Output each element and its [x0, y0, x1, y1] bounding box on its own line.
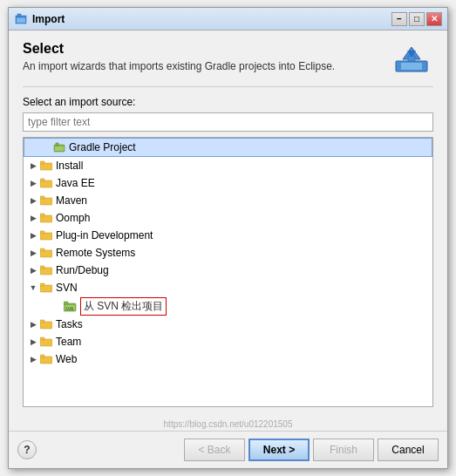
folder-maven-icon — [39, 194, 53, 207]
minimize-button[interactable]: − — [391, 12, 407, 26]
header-title: Select — [23, 41, 390, 57]
tree-item-remote-systems[interactable]: ▶ Remote Systems — [24, 244, 432, 262]
svg-rect-27 — [40, 283, 44, 286]
window-controls: − □ ✕ — [391, 12, 442, 26]
oomph-label: Oomph — [56, 212, 90, 224]
run-debug-label: Run/Debug — [56, 264, 109, 276]
install-expand[interactable]: ▶ — [27, 160, 39, 172]
folder-web-icon — [39, 352, 53, 366]
window-icon — [14, 12, 28, 26]
watermark: https://blog.csdn.net/u012201505 — [9, 418, 447, 431]
folder-oomph-icon — [39, 211, 53, 225]
import-dialog: Import − □ ✕ Select An import wizards th… — [8, 7, 448, 469]
finish-button[interactable]: Finish — [313, 439, 374, 461]
title-bar: Import − □ ✕ — [9, 8, 447, 31]
tree-item-gradle-project[interactable]: Gradle Project — [24, 138, 432, 157]
filter-input[interactable] — [23, 112, 433, 132]
import-source-tree[interactable]: Gradle Project ▶ Install ▶ — [23, 137, 433, 407]
tasks-expand[interactable]: ▶ — [27, 318, 39, 330]
folder-team-icon — [39, 335, 53, 349]
tree-item-tasks[interactable]: ▶ Tasks — [24, 316, 432, 333]
filter-label: Select an import source: — [23, 96, 433, 108]
back-button[interactable]: < Back — [184, 439, 245, 461]
svg-rect-37 — [40, 355, 44, 357]
gradle-project-label: Gradle Project — [69, 141, 136, 153]
maven-label: Maven — [56, 194, 87, 207]
svn-checkout-label: 从 SVN 检出项目 — [80, 297, 167, 316]
svg-rect-29 — [64, 302, 68, 304]
svn-expand[interactable]: ▼ — [27, 282, 39, 294]
svn-checkout-icon: SVN — [64, 299, 78, 313]
folder-remote-icon — [39, 246, 53, 260]
svn-label: SVN — [56, 282, 78, 294]
svg-rect-5 — [401, 63, 422, 70]
header-section: Select An import wizards that imports ex… — [23, 41, 433, 76]
tree-item-java-ee[interactable]: ▶ Java EE — [24, 174, 432, 192]
oomph-expand[interactable]: ▶ — [27, 212, 39, 224]
svg-rect-17 — [40, 196, 44, 199]
svg-text:SVN: SVN — [65, 306, 73, 311]
tree-item-oomph[interactable]: ▶ Oomph — [24, 209, 432, 227]
tree-item-svn[interactable]: ▼ SVN — [24, 279, 432, 296]
header-description: An import wizards that imports existing … — [23, 60, 390, 72]
tree-item-run-debug[interactable]: ▶ Run/Debug — [24, 262, 432, 279]
folder-install-icon — [39, 159, 53, 173]
tree-item-svn-checkout[interactable]: SVN 从 SVN 检出项目 — [24, 296, 432, 316]
remote-expand[interactable]: ▶ — [27, 247, 39, 259]
dialog-content: Select An import wizards that imports ex… — [9, 31, 447, 418]
close-button[interactable]: ✕ — [426, 12, 442, 26]
svg-rect-21 — [40, 231, 44, 234]
header-text: Select An import wizards that imports ex… — [23, 41, 390, 72]
svg-rect-1 — [17, 14, 21, 17]
run-debug-expand[interactable]: ▶ — [27, 264, 39, 276]
web-expand[interactable]: ▶ — [27, 353, 39, 365]
java-ee-label: Java EE — [56, 177, 95, 189]
remote-label: Remote Systems — [56, 247, 135, 259]
maven-expand[interactable]: ▶ — [27, 194, 39, 207]
svg-rect-13 — [40, 161, 44, 164]
plug-in-expand[interactable]: ▶ — [27, 229, 39, 241]
folder-svn-icon — [39, 281, 53, 295]
tree-item-team[interactable]: ▶ Team — [24, 333, 432, 350]
svg-rect-25 — [40, 266, 44, 269]
svg-rect-2 — [17, 17, 25, 23]
folder-tasks-icon — [39, 317, 53, 331]
plug-in-label: Plug-in Development — [56, 229, 153, 241]
tree-item-web[interactable]: ▶ Web — [24, 350, 432, 368]
svg-rect-33 — [40, 320, 44, 323]
svg-rect-23 — [40, 248, 44, 251]
maximize-button[interactable]: □ — [409, 12, 425, 26]
next-button[interactable]: Next > — [248, 439, 310, 461]
button-bar: ? < Back Next > Finish Cancel — [9, 431, 447, 468]
svg-rect-11 — [55, 146, 64, 151]
header-divider — [23, 86, 433, 87]
gradle-icon — [52, 140, 66, 154]
tree-item-plug-in-dev[interactable]: ▶ Plug-in Development — [24, 227, 432, 244]
help-button[interactable]: ? — [17, 440, 37, 459]
tasks-label: Tasks — [56, 318, 83, 330]
window-title: Import — [32, 13, 391, 25]
java-ee-expand[interactable]: ▶ — [27, 177, 39, 189]
header-icon — [390, 41, 433, 76]
cancel-button[interactable]: Cancel — [378, 439, 439, 461]
svg-rect-35 — [40, 337, 44, 340]
folder-run-debug-icon — [39, 263, 53, 277]
svg-rect-15 — [40, 179, 44, 181]
install-label: Install — [56, 160, 83, 172]
tree-item-install[interactable]: ▶ Install — [24, 157, 432, 174]
web-label: Web — [56, 353, 77, 365]
folder-plug-in-icon — [39, 228, 53, 242]
tree-item-maven[interactable]: ▶ Maven — [24, 192, 432, 209]
team-label: Team — [56, 336, 81, 348]
svg-rect-19 — [40, 214, 44, 216]
svg-rect-10 — [56, 143, 58, 146]
folder-java-ee-icon — [39, 176, 53, 190]
team-expand[interactable]: ▶ — [27, 336, 39, 348]
